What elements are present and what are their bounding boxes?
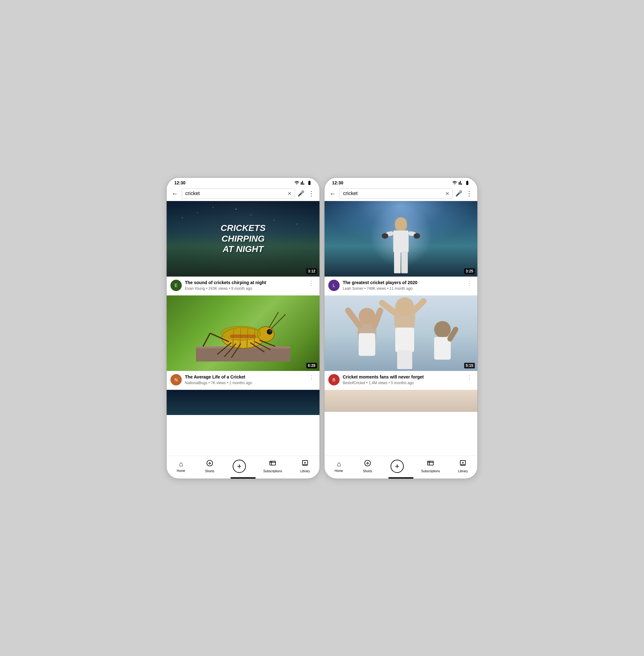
svg-point-44 [395, 297, 414, 316]
search-bar-left: ← cricket ✕ 🎤 ⋮ [167, 187, 320, 201]
svg-point-4 [267, 329, 272, 334]
nav-library-left[interactable]: Library [296, 458, 315, 474]
nav-home-left[interactable]: ⌂ Home [172, 459, 190, 474]
status-bar-right: 12:30 [324, 178, 477, 187]
video-subtitle-3: Leah Somer • 748K views • 11 month ago [343, 286, 462, 291]
search-query-left[interactable]: cricket [185, 191, 285, 196]
library-label-right: Library [458, 469, 468, 473]
partial-thumb-right [324, 390, 477, 412]
search-bar-right: ← cricket ✕ 🎤 ⋮ [324, 187, 477, 201]
channel-avatar-2: N [170, 374, 182, 386]
status-icons-right [452, 180, 470, 185]
video-thumbnail-1[interactable]: CRICKETSCHIRPINGAT NIGHT 3:12 [167, 201, 320, 277]
video-card-2[interactable]: 6:29 N The Average Life of a Cricket Nat… [167, 296, 320, 389]
add-button-right[interactable]: + [391, 460, 404, 473]
svg-point-47 [434, 321, 451, 337]
video-card-1[interactable]: CRICKETSCHIRPINGAT NIGHT 3:12 E The soun… [167, 201, 320, 294]
nav-home-right[interactable]: ⌂ Home [329, 459, 348, 474]
video-more-3[interactable]: ⋮ [465, 280, 474, 287]
svg-line-7 [269, 312, 279, 328]
channel-avatar-4: B [328, 374, 340, 386]
mic-button-right[interactable]: 🎤 [455, 190, 462, 197]
video-more-4[interactable]: ⋮ [465, 374, 474, 381]
back-button-left[interactable]: ← [170, 189, 179, 199]
video-card-3-partial[interactable] [167, 390, 320, 415]
star [297, 224, 297, 224]
video-meta-4: Cricket moments fans will never forget B… [343, 374, 462, 385]
library-label-left: Library [300, 469, 310, 473]
more-button-right[interactable]: ⋮ [465, 189, 474, 199]
nav-subscriptions-right[interactable]: Subscriptions [417, 458, 444, 474]
thumb-cricket-celebration [324, 296, 477, 371]
video-card-4[interactable]: 5:15 B Cricket moments fans will never f… [324, 296, 477, 389]
scroll-content-left[interactable]: CRICKETSCHIRPINGAT NIGHT 3:12 E The soun… [167, 201, 320, 456]
svg-line-17 [203, 333, 210, 346]
video-meta-2: The Average Life of a Cricket NationalBu… [185, 374, 304, 385]
svg-point-39 [359, 308, 375, 324]
video-subtitle-2: NationalBugs • 7K views • 1 months ago [185, 381, 304, 385]
back-button-right[interactable]: ← [328, 189, 337, 199]
svg-rect-0 [196, 347, 290, 362]
nav-subscriptions-left[interactable]: Subscriptions [259, 458, 286, 474]
video-title-1: The sound of crickets chirping at night [185, 280, 304, 285]
more-button-left[interactable]: ⋮ [307, 189, 316, 199]
svg-rect-21 [230, 334, 256, 338]
video-more-2[interactable]: ⋮ [307, 374, 316, 381]
shorts-icon-right [364, 460, 371, 468]
battery-icon [307, 180, 312, 185]
video-title-2: The Average Life of a Cricket [185, 374, 304, 380]
svg-rect-34 [394, 251, 400, 273]
svg-marker-54 [463, 462, 464, 464]
video-card-5-partial[interactable] [324, 390, 477, 412]
subscriptions-icon-left [269, 460, 276, 468]
video-info-1: E The sound of crickets chirping at nigh… [167, 277, 320, 294]
nav-add-right[interactable]: + [387, 458, 408, 474]
phone-right: 12:30 ← cricket ✕ 🎤 ⋮ [324, 177, 478, 479]
clear-button-right[interactable]: ✕ [445, 191, 450, 197]
scroll-content-right[interactable]: 3:25 L The greatest cricket players of 2… [324, 201, 477, 456]
svg-rect-50 [428, 461, 433, 465]
video-thumbnail-2[interactable]: 6:29 [167, 296, 320, 371]
video-info-3: L The greatest cricket players of 2020 L… [324, 277, 477, 294]
wifi-icon [294, 180, 299, 185]
search-input-area-left[interactable]: cricket ✕ [182, 189, 295, 199]
svg-marker-26 [305, 462, 306, 464]
nav-shorts-right[interactable]: Shorts [358, 458, 377, 474]
search-input-area-right[interactable]: cricket ✕ [340, 189, 453, 199]
video-more-1[interactable]: ⋮ [307, 280, 316, 287]
video-card-3[interactable]: 3:25 L The greatest cricket players of 2… [324, 201, 477, 294]
svg-line-37 [348, 310, 360, 326]
search-query-right[interactable]: cricket [343, 191, 443, 196]
shorts-icon-left [206, 460, 213, 468]
home-label-right: Home [335, 469, 343, 473]
video-subtitle-4: BestofCricket • 1.4M views • 5 months ag… [343, 381, 462, 385]
signal-icon [301, 180, 306, 185]
svg-rect-46 [397, 350, 412, 369]
svg-point-33 [414, 233, 420, 239]
video-thumbnail-3[interactable]: 3:25 [324, 201, 477, 277]
add-button-left[interactable]: + [233, 460, 246, 473]
channel-avatar-3: L [328, 280, 340, 291]
home-icon-right: ⌂ [337, 460, 341, 468]
svg-line-43 [414, 301, 423, 310]
video-info-2: N The Average Life of a Cricket National… [167, 371, 320, 389]
clear-button-left[interactable]: ✕ [288, 191, 292, 197]
video-title-4: Cricket moments fans will never forget [343, 374, 462, 380]
svg-rect-29 [393, 230, 409, 252]
video-info-4: B Cricket moments fans will never forget… [324, 371, 477, 389]
player-silhouette-svg [355, 216, 447, 277]
thumb-cricket-player [324, 201, 477, 277]
library-icon-right [459, 460, 466, 468]
battery-icon-right [465, 180, 470, 185]
video-duration-4: 5:15 [464, 363, 475, 368]
subscriptions-label-right: Subscriptions [421, 469, 440, 473]
svg-line-38 [374, 310, 380, 326]
nav-add-left[interactable]: + [229, 458, 250, 474]
mic-button-left[interactable]: 🎤 [297, 190, 304, 197]
svg-line-42 [382, 303, 395, 312]
nav-shorts-left[interactable]: Shorts [200, 458, 219, 474]
celebration-svg [324, 296, 477, 371]
nav-library-right[interactable]: Library [454, 458, 472, 474]
crickets-night-text: CRICKETSCHIRPINGAT NIGHT [221, 223, 266, 255]
video-thumbnail-4[interactable]: 5:15 [324, 296, 477, 371]
